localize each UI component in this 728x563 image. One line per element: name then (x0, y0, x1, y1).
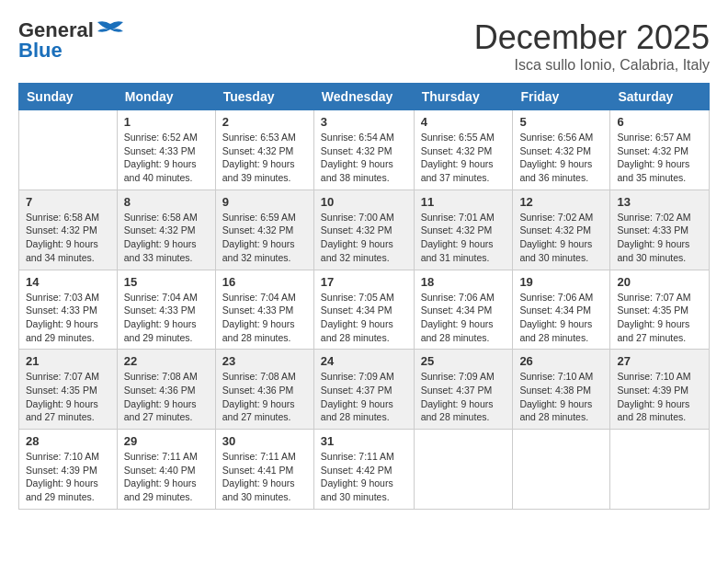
day-info: Sunrise: 6:58 AM Sunset: 4:32 PM Dayligh… (26, 211, 110, 265)
day-info: Sunrise: 7:10 AM Sunset: 4:38 PM Dayligh… (519, 370, 603, 424)
weekday-header: Sunday (19, 84, 118, 110)
calendar-cell: 24Sunrise: 7:09 AM Sunset: 4:37 PM Dayli… (313, 350, 414, 430)
calendar-cell: 12Sunrise: 7:02 AM Sunset: 4:32 PM Dayli… (513, 190, 610, 270)
calendar-cell: 16Sunrise: 7:04 AM Sunset: 4:33 PM Dayli… (215, 270, 313, 350)
calendar-cell: 2Sunrise: 6:53 AM Sunset: 4:32 PM Daylig… (215, 110, 313, 190)
day-info: Sunrise: 7:08 AM Sunset: 4:36 PM Dayligh… (222, 370, 307, 424)
day-info: Sunrise: 7:11 AM Sunset: 4:41 PM Dayligh… (222, 450, 307, 504)
day-info: Sunrise: 7:09 AM Sunset: 4:37 PM Dayligh… (421, 370, 506, 424)
calendar-week-row: 7Sunrise: 6:58 AM Sunset: 4:32 PM Daylig… (19, 190, 710, 270)
calendar-cell: 9Sunrise: 6:59 AM Sunset: 4:32 PM Daylig… (215, 190, 313, 270)
weekday-header: Saturday (610, 84, 710, 110)
calendar-table: SundayMondayTuesdayWednesdayThursdayFrid… (18, 83, 710, 510)
day-number: 24 (321, 354, 407, 368)
weekday-header: Monday (117, 84, 215, 110)
weekday-header: Wednesday (313, 84, 414, 110)
day-number: 26 (519, 354, 603, 368)
calendar-cell: 30Sunrise: 7:11 AM Sunset: 4:41 PM Dayli… (215, 430, 313, 510)
calendar-cell: 17Sunrise: 7:05 AM Sunset: 4:34 PM Dayli… (313, 270, 414, 350)
day-info: Sunrise: 6:56 AM Sunset: 4:32 PM Dayligh… (519, 131, 603, 185)
day-info: Sunrise: 7:11 AM Sunset: 4:42 PM Dayligh… (321, 450, 407, 504)
day-info: Sunrise: 7:00 AM Sunset: 4:32 PM Dayligh… (321, 211, 407, 265)
day-number: 17 (321, 275, 407, 289)
day-number: 4 (421, 115, 506, 129)
day-number: 27 (617, 354, 702, 368)
day-info: Sunrise: 7:06 AM Sunset: 4:34 PM Dayligh… (519, 291, 603, 345)
page-header: General Blue December 2025 Isca sullo Io… (18, 18, 710, 74)
day-info: Sunrise: 7:03 AM Sunset: 4:33 PM Dayligh… (26, 291, 110, 345)
calendar-cell: 15Sunrise: 7:04 AM Sunset: 4:33 PM Dayli… (117, 270, 215, 350)
day-info: Sunrise: 6:57 AM Sunset: 4:32 PM Dayligh… (617, 131, 702, 185)
day-number: 22 (124, 354, 209, 368)
calendar-cell: 11Sunrise: 7:01 AM Sunset: 4:32 PM Dayli… (414, 190, 513, 270)
weekday-header: Tuesday (215, 84, 313, 110)
calendar-cell: 1Sunrise: 6:52 AM Sunset: 4:33 PM Daylig… (117, 110, 215, 190)
calendar-cell (513, 430, 610, 510)
day-info: Sunrise: 7:06 AM Sunset: 4:34 PM Dayligh… (421, 291, 506, 345)
day-info: Sunrise: 6:52 AM Sunset: 4:33 PM Dayligh… (124, 131, 209, 185)
day-number: 9 (222, 195, 307, 209)
calendar-week-row: 1Sunrise: 6:52 AM Sunset: 4:33 PM Daylig… (19, 110, 710, 190)
logo-blue: Blue (18, 39, 63, 63)
day-number: 14 (26, 275, 110, 289)
month-title: December 2025 (474, 18, 710, 57)
calendar-cell: 31Sunrise: 7:11 AM Sunset: 4:42 PM Dayli… (313, 430, 414, 510)
day-number: 31 (321, 434, 407, 448)
location-title: Isca sullo Ionio, Calabria, Italy (474, 57, 710, 74)
calendar-cell: 29Sunrise: 7:11 AM Sunset: 4:40 PM Dayli… (117, 430, 215, 510)
calendar-cell (19, 110, 118, 190)
day-info: Sunrise: 7:10 AM Sunset: 4:39 PM Dayligh… (617, 370, 702, 424)
weekday-header: Thursday (414, 84, 513, 110)
logo: General Blue (18, 18, 127, 63)
calendar-header-row: SundayMondayTuesdayWednesdayThursdayFrid… (19, 84, 710, 110)
day-number: 16 (222, 275, 307, 289)
calendar-cell: 23Sunrise: 7:08 AM Sunset: 4:36 PM Dayli… (215, 350, 313, 430)
day-number: 13 (617, 195, 702, 209)
calendar-cell: 13Sunrise: 7:02 AM Sunset: 4:33 PM Dayli… (610, 190, 710, 270)
calendar-week-row: 14Sunrise: 7:03 AM Sunset: 4:33 PM Dayli… (19, 270, 710, 350)
day-number: 28 (26, 434, 110, 448)
day-info: Sunrise: 7:02 AM Sunset: 4:33 PM Dayligh… (617, 211, 702, 265)
day-number: 7 (26, 195, 110, 209)
calendar-cell: 4Sunrise: 6:55 AM Sunset: 4:32 PM Daylig… (414, 110, 513, 190)
day-number: 29 (124, 434, 209, 448)
day-number: 10 (321, 195, 407, 209)
day-number: 23 (222, 354, 307, 368)
day-number: 2 (222, 115, 307, 129)
day-info: Sunrise: 7:11 AM Sunset: 4:40 PM Dayligh… (124, 450, 209, 504)
calendar-cell (414, 430, 513, 510)
title-area: December 2025 Isca sullo Ionio, Calabria… (474, 18, 710, 74)
day-info: Sunrise: 7:05 AM Sunset: 4:34 PM Dayligh… (321, 291, 407, 345)
calendar-cell: 21Sunrise: 7:07 AM Sunset: 4:35 PM Dayli… (19, 350, 118, 430)
day-number: 6 (617, 115, 702, 129)
day-number: 1 (124, 115, 209, 129)
day-info: Sunrise: 7:01 AM Sunset: 4:32 PM Dayligh… (421, 211, 506, 265)
day-number: 19 (519, 275, 603, 289)
calendar-cell: 19Sunrise: 7:06 AM Sunset: 4:34 PM Dayli… (513, 270, 610, 350)
day-info: Sunrise: 7:07 AM Sunset: 4:35 PM Dayligh… (617, 291, 702, 345)
day-info: Sunrise: 6:55 AM Sunset: 4:32 PM Dayligh… (421, 131, 506, 185)
day-number: 3 (321, 115, 407, 129)
day-number: 20 (617, 275, 702, 289)
day-info: Sunrise: 7:04 AM Sunset: 4:33 PM Dayligh… (124, 291, 209, 345)
day-info: Sunrise: 7:09 AM Sunset: 4:37 PM Dayligh… (321, 370, 407, 424)
calendar-cell: 3Sunrise: 6:54 AM Sunset: 4:32 PM Daylig… (313, 110, 414, 190)
day-info: Sunrise: 7:04 AM Sunset: 4:33 PM Dayligh… (222, 291, 307, 345)
calendar-cell: 28Sunrise: 7:10 AM Sunset: 4:39 PM Dayli… (19, 430, 118, 510)
day-number: 5 (519, 115, 603, 129)
day-info: Sunrise: 7:08 AM Sunset: 4:36 PM Dayligh… (124, 370, 209, 424)
day-info: Sunrise: 6:53 AM Sunset: 4:32 PM Dayligh… (222, 131, 307, 185)
calendar-cell: 18Sunrise: 7:06 AM Sunset: 4:34 PM Dayli… (414, 270, 513, 350)
calendar-week-row: 21Sunrise: 7:07 AM Sunset: 4:35 PM Dayli… (19, 350, 710, 430)
calendar-cell (610, 430, 710, 510)
calendar-week-row: 28Sunrise: 7:10 AM Sunset: 4:39 PM Dayli… (19, 430, 710, 510)
calendar-cell: 25Sunrise: 7:09 AM Sunset: 4:37 PM Dayli… (414, 350, 513, 430)
day-info: Sunrise: 7:02 AM Sunset: 4:32 PM Dayligh… (519, 211, 603, 265)
calendar-cell: 10Sunrise: 7:00 AM Sunset: 4:32 PM Dayli… (313, 190, 414, 270)
day-info: Sunrise: 7:10 AM Sunset: 4:39 PM Dayligh… (26, 450, 110, 504)
day-info: Sunrise: 6:54 AM Sunset: 4:32 PM Dayligh… (321, 131, 407, 185)
day-number: 30 (222, 434, 307, 448)
calendar-cell: 20Sunrise: 7:07 AM Sunset: 4:35 PM Dayli… (610, 270, 710, 350)
calendar-cell: 26Sunrise: 7:10 AM Sunset: 4:38 PM Dayli… (513, 350, 610, 430)
day-number: 8 (124, 195, 209, 209)
